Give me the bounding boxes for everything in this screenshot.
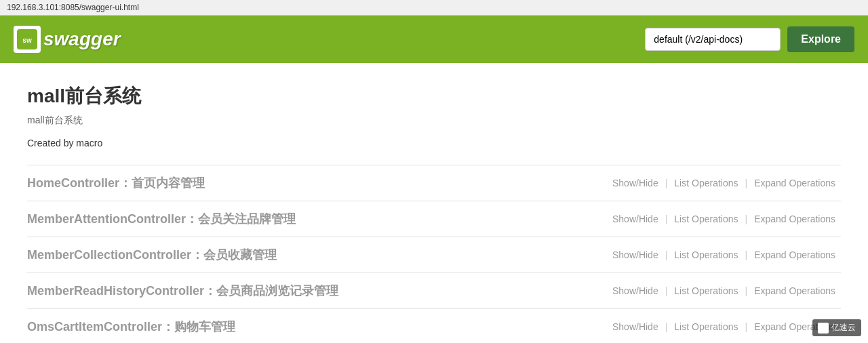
explore-button[interactable]: Explore bbox=[787, 26, 854, 52]
action-separator: | bbox=[665, 321, 668, 332]
app-title: mall前台系统 bbox=[27, 83, 841, 109]
controller-actions: Show/Hide|List Operations|Expand Operati… bbox=[607, 176, 841, 190]
title-bar: 192.168.3.101:8085/swagger-ui.html bbox=[0, 0, 868, 16]
expand-operations-link[interactable]: Expand Operations bbox=[749, 248, 841, 262]
action-separator: | bbox=[665, 249, 668, 260]
action-separator: | bbox=[665, 214, 668, 224]
show-hide-link[interactable]: Show/Hide bbox=[607, 212, 664, 226]
controller-name: MemberCollectionController：会员收藏管理 bbox=[27, 247, 607, 263]
header-left: sw swagger bbox=[14, 26, 121, 53]
app-author: Created by macro bbox=[27, 138, 841, 148]
list-operations-link[interactable]: List Operations bbox=[669, 212, 743, 226]
controller-row: MemberCollectionController：会员收藏管理Show/Hi… bbox=[27, 237, 841, 273]
controller-name: MemberAttentionController：会员关注品牌管理 bbox=[27, 211, 607, 227]
watermark-icon bbox=[818, 323, 829, 334]
controller-actions: Show/Hide|List Operations|Expand Operati… bbox=[607, 212, 841, 226]
watermark: 亿速云 bbox=[812, 319, 861, 336]
action-separator: | bbox=[665, 178, 668, 188]
controller-name: OmsCartItemController：购物车管理 bbox=[27, 319, 607, 335]
header-right: default (/v2/api-docs) Explore bbox=[645, 26, 854, 52]
list-operations-link[interactable]: List Operations bbox=[669, 284, 743, 298]
app-subtitle: mall前台系统 bbox=[27, 115, 841, 127]
url-display: 192.168.3.101:8085/swagger-ui.html bbox=[7, 3, 139, 12]
action-separator: | bbox=[745, 249, 748, 260]
action-separator: | bbox=[745, 285, 748, 296]
expand-operations-link[interactable]: Expand Operations bbox=[749, 176, 841, 190]
swagger-logo: sw swagger bbox=[14, 26, 121, 53]
action-separator: | bbox=[745, 214, 748, 224]
controller-actions: Show/Hide|List Operations|Expand Operati… bbox=[607, 284, 841, 298]
controller-row: HomeController：首页内容管理Show/Hide|List Oper… bbox=[27, 165, 841, 201]
controller-name: HomeController：首页内容管理 bbox=[27, 175, 607, 191]
expand-operations-link[interactable]: Expand Operations bbox=[749, 284, 841, 298]
controller-name: MemberReadHistoryController：会员商品浏览记录管理 bbox=[27, 283, 607, 299]
show-hide-link[interactable]: Show/Hide bbox=[607, 248, 664, 262]
controller-actions: Show/Hide|List Operations|Expand Operati… bbox=[607, 320, 841, 334]
svg-text:sw: sw bbox=[22, 37, 32, 44]
main-content: mall前台系统 mall前台系统 Created by macro HomeC… bbox=[0, 63, 868, 343]
list-operations-link[interactable]: List Operations bbox=[669, 176, 743, 190]
list-operations-link[interactable]: List Operations bbox=[669, 320, 743, 334]
controller-actions: Show/Hide|List Operations|Expand Operati… bbox=[607, 248, 841, 262]
action-separator: | bbox=[665, 285, 668, 296]
controller-row: MemberAttentionController：会员关注品牌管理Show/H… bbox=[27, 201, 841, 237]
show-hide-link[interactable]: Show/Hide bbox=[607, 320, 664, 334]
list-operations-link[interactable]: List Operations bbox=[669, 248, 743, 262]
header: sw swagger default (/v2/api-docs) Explor… bbox=[0, 16, 868, 63]
expand-operations-link[interactable]: Expand Operations bbox=[749, 212, 841, 226]
action-separator: | bbox=[745, 321, 748, 332]
show-hide-link[interactable]: Show/Hide bbox=[607, 176, 664, 190]
controllers-list: HomeController：首页内容管理Show/Hide|List Oper… bbox=[27, 165, 841, 343]
show-hide-link[interactable]: Show/Hide bbox=[607, 284, 664, 298]
swagger-logo-text: swagger bbox=[43, 28, 121, 50]
controller-row: MemberReadHistoryController：会员商品浏览记录管理Sh… bbox=[27, 273, 841, 308]
api-docs-select[interactable]: default (/v2/api-docs) bbox=[645, 28, 781, 51]
watermark-text: 亿速云 bbox=[831, 322, 856, 334]
action-separator: | bbox=[745, 178, 748, 188]
swagger-logo-icon: sw bbox=[14, 26, 41, 53]
controller-row: OmsCartItemController：购物车管理Show/Hide|Lis… bbox=[27, 308, 841, 343]
